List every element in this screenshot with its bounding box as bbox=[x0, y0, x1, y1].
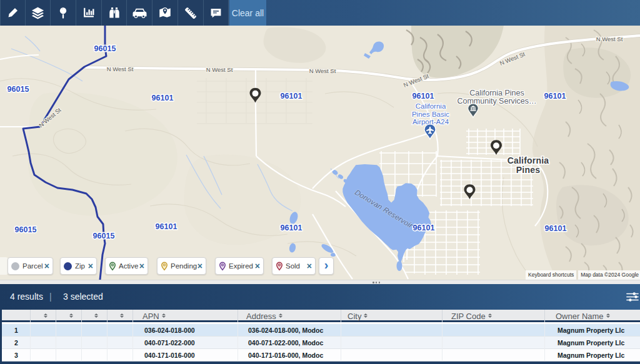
svg-text:96101: 96101 bbox=[545, 224, 567, 233]
svg-text:N West St: N West St bbox=[206, 66, 233, 73]
svg-text:Pines Basic: Pines Basic bbox=[412, 111, 449, 118]
svg-text:Pines: Pines bbox=[516, 165, 540, 175]
svg-text:N West St: N West St bbox=[596, 36, 623, 42]
svg-text:96101: 96101 bbox=[281, 224, 302, 232]
svg-text:96015: 96015 bbox=[8, 85, 29, 94]
svg-text:96101: 96101 bbox=[544, 92, 566, 101]
svg-text:Community Services…: Community Services… bbox=[457, 97, 536, 106]
svg-text:96015: 96015 bbox=[94, 44, 116, 53]
svg-text:California Pines: California Pines bbox=[469, 89, 524, 97]
svg-text:96101: 96101 bbox=[412, 92, 434, 101]
svg-text:California: California bbox=[508, 155, 549, 165]
svg-text:96015: 96015 bbox=[15, 225, 37, 234]
svg-text:96101: 96101 bbox=[281, 92, 302, 101]
svg-text:California: California bbox=[416, 102, 446, 110]
svg-text:96101: 96101 bbox=[152, 94, 174, 102]
svg-text:N West St: N West St bbox=[309, 67, 336, 74]
svg-text:96101: 96101 bbox=[156, 222, 178, 231]
svg-text:96015: 96015 bbox=[93, 232, 115, 240]
svg-text:96101: 96101 bbox=[413, 224, 435, 232]
svg-text:N West St: N West St bbox=[107, 66, 134, 72]
